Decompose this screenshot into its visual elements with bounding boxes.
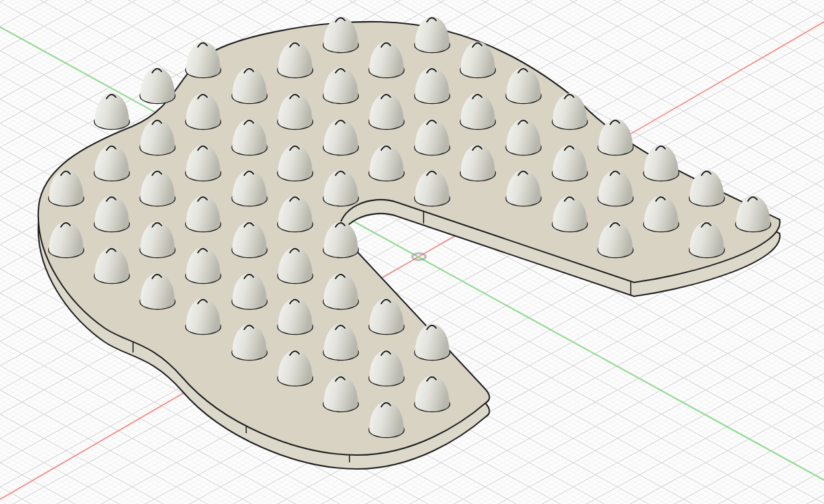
grid-major-line: [0, 0, 824, 19]
bump[interactable]: [415, 17, 449, 52]
bump[interactable]: [186, 42, 220, 77]
bump-body: [415, 17, 449, 52]
model-canvas[interactable]: [0, 0, 824, 504]
bump-body: [140, 67, 175, 103]
bump-body: [186, 42, 220, 77]
cad-viewport[interactable]: [0, 0, 824, 504]
grid-minor-line: [0, 0, 824, 9]
bump[interactable]: [140, 67, 175, 103]
